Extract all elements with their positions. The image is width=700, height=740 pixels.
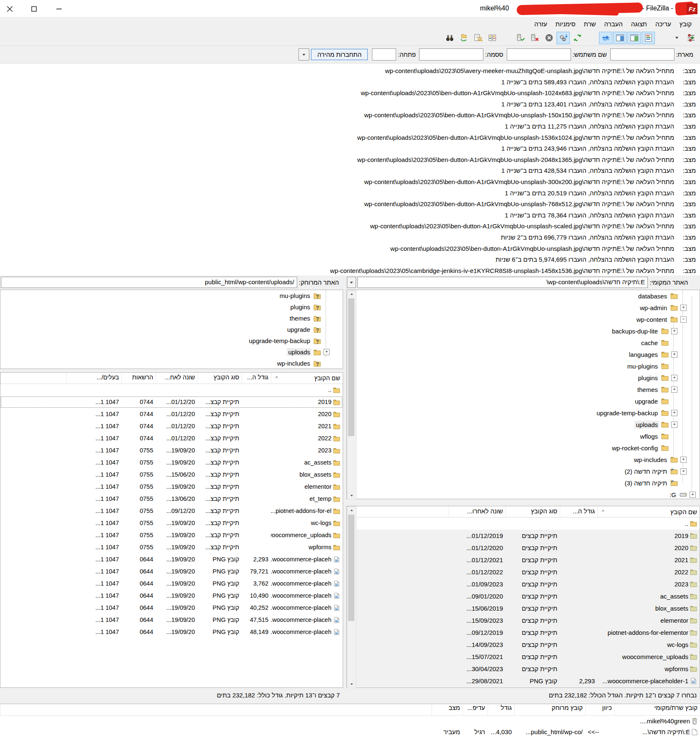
local-tree-item[interactable]: cache [347, 337, 700, 349]
tree-expander[interactable]: + [690, 492, 696, 498]
titlebar[interactable]: mikel%40 - FileZilla - Fz [0, 0, 700, 18]
host-input[interactable] [610, 48, 675, 61]
file-row[interactable]: elementor תיקיית קבצים 15/09/2023... [356, 614, 700, 626]
menu-item[interactable]: שרת [580, 19, 600, 29]
remote-path-input[interactable]: public_html/wp-content/uploads/ [1, 277, 297, 288]
site-manager-dropdown[interactable] [670, 32, 683, 44]
file-row[interactable]: piotnet-addons-for-el... תיקיית קבצ... 0… [0, 505, 343, 517]
file-row[interactable]: 2021 תיקיית קבצים 01/12/2021... [356, 554, 700, 566]
minimize-window-button[interactable] [53, 3, 65, 15]
remote-directory-tree[interactable]: ? mu-plugins ? plugins ? themes ? [0, 290, 343, 369]
local-tree-item[interactable]: + תיקיה חדשה (2) [347, 465, 700, 477]
toggle-local-tree-button[interactable] [613, 32, 627, 44]
toggle-message-log-button[interactable] [642, 32, 655, 44]
local-tree-item[interactable]: + upgrade-temp-backup [347, 407, 700, 419]
column-header-permissions[interactable]: הרשאות [121, 373, 156, 384]
tree-expander[interactable]: + [680, 457, 687, 463]
refresh-button[interactable] [571, 32, 584, 44]
close-window-button[interactable] [3, 3, 16, 15]
file-row[interactable]: woocommerce-placeh... 40,252 קובץ PNG 19… [0, 602, 343, 614]
local-tree-item[interactable]: + G: [347, 489, 700, 499]
username-input[interactable] [507, 48, 571, 61]
file-row[interactable]: ac_assets תיקיית קבצ... 19/09/20... 0755… [0, 457, 343, 469]
local-tree-item[interactable]: + wp-includes [347, 454, 700, 465]
file-row[interactable]: 2023 תיקיית קבצים 01/09/2023... [356, 578, 700, 590]
file-row[interactable]: blox_assets תיקיית קבצים 15/06/2019... [356, 602, 700, 614]
quickconnect-dropdown[interactable] [298, 48, 309, 61]
local-tree-item[interactable]: + themes [347, 384, 700, 395]
queue-column-remotefile[interactable]: קובץ מרוחק [514, 704, 585, 715]
file-row[interactable]: wc-logs תיקיית קבצים 14/09/2023... [356, 639, 700, 651]
menu-item[interactable]: תצוגה [627, 19, 651, 29]
find-files-button[interactable] [443, 32, 456, 44]
column-header-type[interactable]: סוג הקובץ [505, 506, 560, 517]
column-header-size[interactable]: גודל ה... [242, 373, 271, 384]
menu-item[interactable]: עריכה [651, 19, 675, 29]
file-row[interactable]: wc-logs תיקיית קבצ... 19/09/20... 0755 1… [0, 517, 343, 529]
reconnect-button[interactable] [514, 32, 527, 44]
transfer-queue[interactable]: קובץ שרת/מקומי כיוון קובץ מרוחק גודל עדי… [0, 704, 700, 740]
remote-tree-item[interactable]: ? upgrade [0, 324, 343, 335]
local-tree-item[interactable]: databases [347, 290, 700, 302]
file-row[interactable]: woocommerce-placeh... 79,721 קובץ PNG 19… [0, 566, 343, 578]
column-header-owner[interactable]: בעלים/... [66, 373, 121, 384]
file-row[interactable]: piotnet-addons-for-elementor תיקיית קבצי… [356, 626, 700, 639]
file-row[interactable]: woocommerce_uploads תיקיית קבצ... 19/09/… [0, 529, 343, 541]
file-row[interactable]: woocommerce_uploads תיקיית קבצים 15/07/2… [356, 651, 700, 663]
scroll-up-button[interactable] [347, 507, 356, 514]
toggle-queue-button[interactable] [599, 32, 612, 44]
tree-expander[interactable]: + [671, 410, 677, 416]
menu-item[interactable]: סימניות [551, 19, 580, 29]
tree-expander[interactable]: − [680, 316, 687, 323]
remote-tree-item[interactable]: ? wp-includes [0, 358, 343, 369]
local-tree-item[interactable]: upgrade [347, 395, 700, 407]
maximize-window-button[interactable] [28, 3, 40, 15]
local-path-dropdown[interactable] [347, 277, 356, 288]
scroll-up-button[interactable] [347, 290, 356, 298]
menu-item[interactable]: העברה [600, 19, 627, 29]
file-row[interactable]: .. [0, 384, 343, 396]
queue-column-status[interactable]: מצב [432, 704, 462, 715]
tree-expander[interactable]: + [680, 468, 687, 475]
tree-expander[interactable]: + [671, 328, 677, 334]
file-row[interactable]: wpforms תיקיית קבצים 30/04/2023... [356, 663, 700, 675]
file-row[interactable]: 2020 תיקיית קבצים 01/12/2020... [356, 542, 700, 554]
tree-expander[interactable]: + [323, 349, 330, 355]
toolbar-separator[interactable] [500, 32, 513, 44]
file-row[interactable]: elementor תיקיית קבצ... 19/09/20... 0755… [0, 481, 343, 493]
file-row[interactable]: 2019 תיקיית קבצים 01/12/2019... [356, 530, 700, 542]
file-row[interactable]: blox_assets תיקיית קבצ... 15/06/20... 07… [0, 469, 343, 481]
local-tree-item[interactable]: + languages [347, 349, 700, 360]
local-tree-item[interactable]: wp-rocket-config [347, 442, 700, 454]
directory-comparison-button[interactable] [485, 32, 499, 44]
local-directory-tree[interactable]: databases + wp-admin − wp-content + back… [346, 290, 700, 499]
file-row[interactable]: ac_assets תיקיית קבצים 09/01/2020... [356, 590, 700, 602]
local-tree-item[interactable]: + backups-dup-lite [347, 325, 700, 337]
local-tree-item[interactable]: wflogs [347, 430, 700, 442]
local-tree-item[interactable]: + plugins [347, 372, 700, 384]
scrollbar-thumb[interactable] [348, 515, 354, 621]
local-path-input[interactable]: E:\תיקיה חדשה\wp-content\uploads\ [357, 277, 648, 288]
file-row[interactable]: 2021 תיקיית קבצ... 01/12/20... 0744 1047… [0, 420, 343, 432]
file-row[interactable]: 2020 תיקיית קבצ... 01/12/20... 0744 1047… [0, 408, 343, 420]
column-header-name[interactable]: שם הקובץ ^ [271, 373, 343, 384]
toolbar-separator[interactable] [656, 32, 669, 44]
queue-row[interactable]: E:\תיקיה חדשה\... <<-- public_html/wp-co… [0, 727, 700, 737]
file-row[interactable]: woocommerce-placeholder-1... 2,293 קובץ … [356, 675, 700, 687]
tree-expander[interactable]: + [671, 375, 677, 381]
queue-column-direction[interactable]: כיוון [585, 704, 614, 715]
file-row[interactable]: woocommerce-placeh... 47,515 קובץ PNG 19… [0, 614, 343, 626]
cancel-operation-button[interactable] [542, 32, 556, 44]
file-row[interactable]: wpforms תיקיית קבצ... 19/09/20... 0755 1… [0, 541, 343, 553]
local-file-list[interactable]: שם הקובץ ^ גודל ה... סוג הקובץ שונה לאחר… [346, 506, 700, 688]
site-manager-button[interactable] [684, 32, 697, 44]
menu-item[interactable]: עזרה [530, 19, 551, 29]
local-tree-scrollbar[interactable] [347, 290, 356, 500]
remote-tree-item[interactable]: ? upgrade-temp-backup [0, 335, 343, 346]
remote-tree-item[interactable]: ? themes [0, 313, 343, 324]
queue-row[interactable]: mikel%40green.... [0, 716, 700, 727]
file-row[interactable]: et_temp תיקיית קבצ... 13/06/20... 0755 1… [0, 493, 343, 505]
file-row[interactable]: woocommerce-placeh... 10,490 קובץ PNG 19… [0, 590, 343, 602]
port-input[interactable] [372, 48, 396, 61]
remote-tree-item[interactable]: + uploads [0, 346, 343, 358]
